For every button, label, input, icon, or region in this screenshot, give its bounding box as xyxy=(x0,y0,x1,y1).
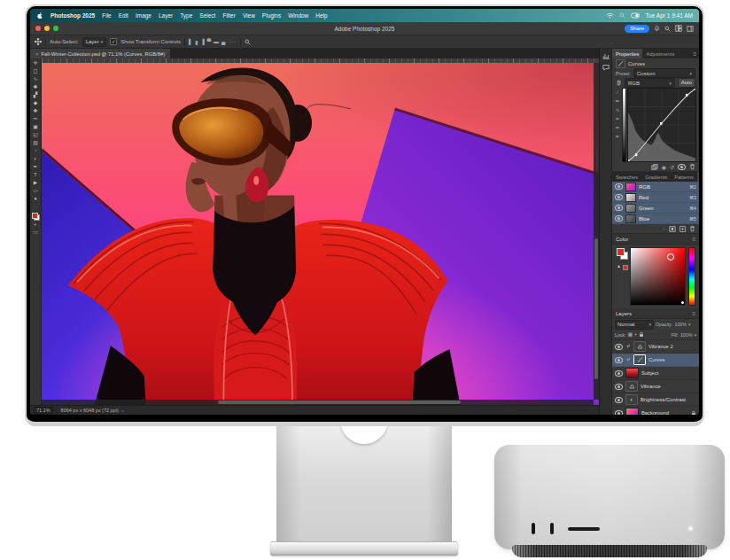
channel-row-rgb[interactable]: RGB⌘2 xyxy=(612,182,699,192)
clone-stamp-tool[interactable]: ▣ xyxy=(30,123,41,131)
menu-item-help[interactable]: Help xyxy=(315,12,327,19)
menu-item-select[interactable]: Select xyxy=(199,12,215,19)
finger-icon[interactable] xyxy=(616,80,622,86)
layer-row-brightness-contrast[interactable]: ◐Brightness/Contrast xyxy=(612,393,699,407)
visibility-eye-icon[interactable] xyxy=(615,183,623,190)
menu-item-photoshop-2025[interactable]: Photoshop 2025 xyxy=(50,12,95,19)
delete-channel-icon[interactable] xyxy=(689,225,695,232)
layer-row-subject[interactable]: Subject xyxy=(612,367,699,380)
zoom-tool[interactable]: ◌ xyxy=(30,203,41,211)
menu-item-edit[interactable]: Edit xyxy=(119,12,128,19)
curves-tools[interactable]: ∕ ✏ ∿ ✒ ✒ ✒ xyxy=(614,88,621,162)
visibility-eye-icon[interactable] xyxy=(615,384,623,390)
marquee-tool[interactable]: ◻ xyxy=(30,67,41,75)
curves-graph[interactable] xyxy=(627,88,696,162)
minimize-window-button[interactable] xyxy=(44,26,50,31)
hand-tool[interactable]: ● xyxy=(30,195,41,203)
menu-item-layer[interactable]: Layer xyxy=(159,12,173,19)
new-channel-icon[interactable] xyxy=(680,226,686,232)
load-selection-icon[interactable]: ◌ xyxy=(662,226,665,231)
control-center-icon[interactable] xyxy=(631,12,640,19)
panel-menu-icon[interactable]: ≡ xyxy=(692,311,695,316)
channel-row-blue[interactable]: Blue⌘5 xyxy=(612,214,699,224)
tab-swatches[interactable]: Swatches xyxy=(612,172,641,182)
panel-menu-icon[interactable]: ≡ xyxy=(693,51,696,57)
alignment-buttons[interactable]: ▌▮▐▀▬▄ xyxy=(189,39,225,45)
apple-logo-icon[interactable] xyxy=(36,12,43,20)
previous-state-icon[interactable]: ◉ xyxy=(662,164,666,170)
lock-position-icon[interactable]: + xyxy=(634,331,637,338)
layer-row-vibrance[interactable]: Vibrance xyxy=(612,380,699,393)
path-select-tool[interactable]: ▶ xyxy=(30,179,41,187)
lock-transparency-icon[interactable]: ▦ xyxy=(628,331,633,338)
menu-item-filter[interactable]: Filter xyxy=(222,12,235,19)
lasso-tool[interactable]: ∿ xyxy=(30,75,41,83)
visibility-eye-icon[interactable] xyxy=(615,397,623,403)
save-selection-icon[interactable] xyxy=(669,226,676,232)
document-tab[interactable]: × Fall-Winter-Collection.psd @ 71.1% (Cu… xyxy=(30,49,170,58)
dodge-tool[interactable]: ◐ xyxy=(30,155,41,163)
healing-brush-tool[interactable]: ✚ xyxy=(30,107,41,115)
histogram-panel-icon[interactable] xyxy=(602,52,610,59)
shape-tool[interactable]: ▭ xyxy=(30,187,41,195)
visibility-eye-icon[interactable] xyxy=(615,194,623,200)
visibility-eye-icon[interactable] xyxy=(615,344,623,350)
tab-gradients[interactable]: Gradients xyxy=(641,172,671,182)
channel-row-red[interactable]: Red⌘3 xyxy=(612,192,699,203)
visibility-eye-icon[interactable] xyxy=(615,215,623,222)
gradient-tool[interactable]: ▨ xyxy=(30,139,41,147)
more-options-button[interactable]: ··· xyxy=(229,39,237,44)
visibility-icon[interactable] xyxy=(678,164,686,170)
gamut-swatch[interactable] xyxy=(623,265,628,270)
saturation-brightness-field[interactable] xyxy=(630,247,686,306)
gamut-warning-icon[interactable]: ▲ xyxy=(617,263,621,268)
menu-item-view[interactable]: View xyxy=(243,12,255,19)
menu-item-plugins[interactable]: Plugins xyxy=(262,12,281,19)
blur-tool[interactable]: ◔ xyxy=(30,147,41,155)
menu-item-image[interactable]: Image xyxy=(136,12,151,19)
foreground-swatch[interactable] xyxy=(32,213,38,219)
quick-mask-button[interactable]: ◐ xyxy=(30,221,41,229)
close-tab-icon[interactable]: × xyxy=(35,51,39,57)
visibility-eye-icon[interactable] xyxy=(615,205,623,211)
channel-dropdown[interactable]: RGB▾ xyxy=(625,78,675,88)
visibility-eye-icon[interactable] xyxy=(615,357,623,363)
visibility-eye-icon[interactable] xyxy=(615,410,623,416)
notifications-icon[interactable] xyxy=(654,25,660,32)
quick-selection-tool[interactable]: ✱ xyxy=(30,83,41,91)
menu-item-type[interactable]: Type xyxy=(180,12,192,19)
magnifier-icon[interactable] xyxy=(245,39,251,45)
close-window-button[interactable] xyxy=(35,26,41,31)
eraser-tool[interactable]: ◱ xyxy=(30,131,41,139)
vertical-scrollbar[interactable] xyxy=(594,63,599,400)
pen-tool[interactable]: ✒ xyxy=(30,163,41,171)
zoom-level-field[interactable]: 71.1% xyxy=(34,407,53,415)
delete-adjustment-icon[interactable] xyxy=(689,163,695,170)
wifi-icon[interactable] xyxy=(606,12,614,19)
brush-tool[interactable]: ✏ xyxy=(30,115,41,123)
lock-all-icon[interactable] xyxy=(639,331,644,338)
comments-panel-icon[interactable] xyxy=(602,64,610,71)
auto-button[interactable]: Auto xyxy=(678,78,695,88)
layer-row-vibrance-2[interactable]: Vibrance 2 xyxy=(612,340,699,354)
screen-mode-button[interactable]: ▭ xyxy=(30,229,41,237)
menu-item-file[interactable]: File xyxy=(102,12,111,19)
opacity-value[interactable]: 100% xyxy=(674,322,687,327)
fill-value[interactable]: 100% xyxy=(680,332,693,338)
horizontal-scrollbar[interactable] xyxy=(42,400,594,405)
menu-item-window[interactable]: Window xyxy=(288,12,308,19)
tab-adjustments[interactable]: Adjustments xyxy=(642,49,678,58)
type-tool[interactable]: T xyxy=(30,171,41,179)
workspace-icon[interactable] xyxy=(675,25,682,32)
clip-to-layer-icon[interactable] xyxy=(651,164,658,170)
visibility-eye-icon[interactable] xyxy=(615,370,623,377)
search-icon[interactable] xyxy=(664,26,671,32)
crop-tool[interactable]: ▞ xyxy=(30,91,41,99)
panel-menu-icon[interactable]: ≡ xyxy=(692,237,695,242)
canvas-artwork[interactable] xyxy=(42,63,599,405)
auto-select-dropdown[interactable]: Layer▾ xyxy=(82,37,107,47)
layer-row-curves[interactable]: Curves xyxy=(612,354,699,367)
tab-patterns[interactable]: Patterns xyxy=(671,172,697,182)
show-transform-checkbox[interactable]: ✓ xyxy=(110,38,117,45)
channel-row-green[interactable]: Green⌘4 xyxy=(612,203,699,214)
